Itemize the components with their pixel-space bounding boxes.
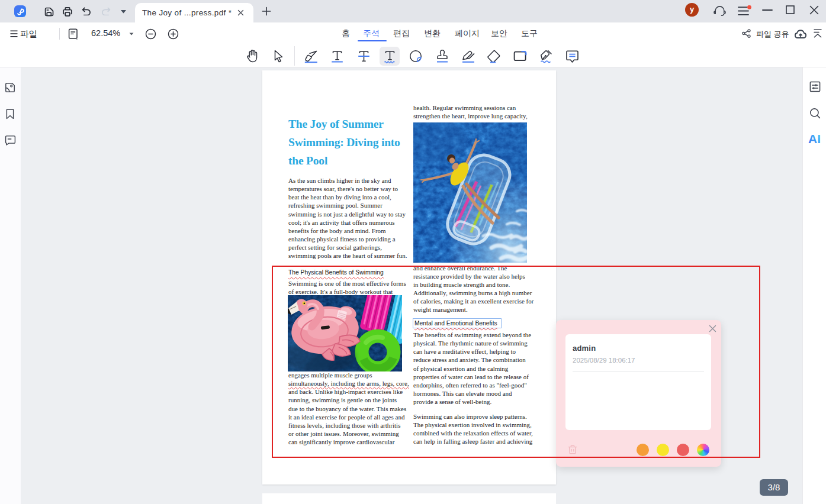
svg-text:AI: AI (808, 133, 821, 146)
